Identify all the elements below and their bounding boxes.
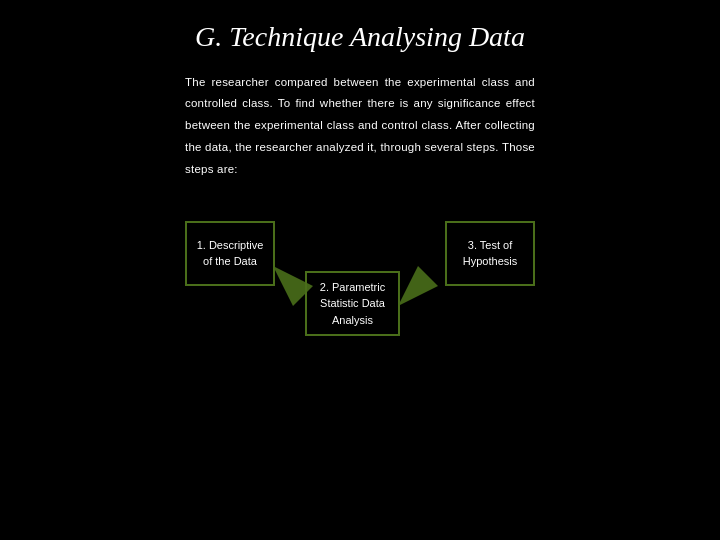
arrow-2	[398, 266, 438, 306]
step-box-2: 2. Parametric Statistic Data Analysis	[305, 271, 400, 336]
body-text: The researcher compared between the expe…	[185, 72, 535, 181]
title-area: G. Technique Analysing Data	[185, 20, 535, 54]
page-title: G. Technique Analysing Data	[185, 20, 535, 54]
step-box-1-label: 1. Descriptive of the Data	[197, 237, 264, 270]
page-container: G. Technique Analysing Data The research…	[0, 0, 720, 540]
step-box-2-label: 2. Parametric Statistic Data Analysis	[320, 279, 385, 329]
diagram-area: 1. Descriptive of the Data 2. Parametric…	[185, 201, 535, 376]
svg-marker-1	[398, 266, 438, 306]
step-box-3: 3. Test of Hypothesis	[445, 221, 535, 286]
step-box-3-label: 3. Test of Hypothesis	[463, 237, 517, 270]
step-box-1: 1. Descriptive of the Data	[185, 221, 275, 286]
